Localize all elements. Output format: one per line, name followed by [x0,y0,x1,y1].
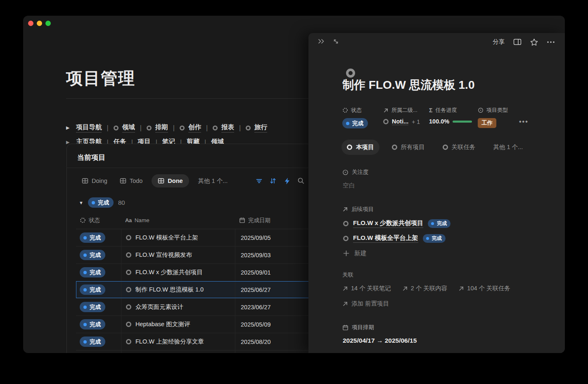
status-spinner-icon [342,107,348,113]
property-type-value[interactable]: 工作 [478,118,496,128]
nav-separator: | [173,124,175,132]
group-toggle-icon[interactable]: ▼ [79,200,83,205]
page-ring-icon [126,322,131,327]
page-ring-icon [126,252,131,258]
view-tab-todo[interactable]: Todo [120,178,142,184]
close-peek-icon[interactable] [318,38,325,45]
property-status-value[interactable]: 完成 [342,118,368,128]
view-tabs: Doing Todo Done 其他 1 个... [82,173,228,189]
add-new-followup-button[interactable]: 新建 [343,249,367,257]
status-spinner-icon [80,217,86,223]
project-name[interactable]: FLO.W 模板全平台上架 [135,234,198,242]
property-parent: 所属二级... Noti... + 1 [383,107,417,114]
followup-item[interactable]: FLO.W x 少数派共创项目 完成 [343,219,450,228]
relation-arrow-icon [402,286,408,292]
filter-icon[interactable] [255,177,263,185]
expand-page-icon[interactable] [333,38,339,45]
group-status-tag[interactable]: 完成 [88,197,114,208]
column-header-status[interactable]: 状态 [76,217,121,224]
favorite-star-icon[interactable] [530,38,538,46]
peek-page-title[interactable]: 制作 FLO.W 思流模板 1.0 [342,77,474,93]
peek-tab-all-projects[interactable]: 所有项目 [386,140,430,155]
nav-separator: | [239,124,241,132]
view-tab-others[interactable]: 其他 1 个... [198,177,228,185]
status-tag: 完成 [80,232,105,243]
relation-links: 14 个 关联笔记 2 个 关联内容 104 个 关联任务 [342,284,510,292]
group-header: ▼ 完成 80 [79,197,125,208]
group-count: 80 [118,199,125,206]
sort-icon[interactable] [269,177,277,185]
property-status-label[interactable]: 状态 [342,107,362,114]
relation-arrow-icon [342,286,348,292]
nav-link-schedule[interactable]: 排期 [147,123,168,133]
side-peek-toggle-icon[interactable] [513,38,522,45]
share-button[interactable]: 分享 [493,38,505,46]
followup-projects-label[interactable]: 后续项目 [342,206,374,213]
project-name[interactable]: 制作 FLO.W 思流模板 1.0 [135,286,204,294]
nav-link-domain[interactable]: 领域 [114,123,135,133]
page-ring-icon [383,119,389,124]
peek-header-left [318,38,339,45]
view-tab-done[interactable]: Done [152,174,189,187]
card-title: 当前项目 [77,153,105,162]
project-name[interactable]: FLO.W 宣传视频发布 [135,251,192,259]
relation-arrow-icon [458,286,464,292]
followup-page-link[interactable]: FLO.W x 少数派共创项目 [353,219,423,228]
more-properties-icon[interactable]: ••• [519,118,529,126]
status-dot [92,201,95,204]
project-name[interactable]: FLO.W 上架经验分享文章 [135,338,204,346]
status-tag: 完成 [80,267,105,277]
peek-tab-related-tasks[interactable]: 关联任务 [437,140,481,155]
page-ring-icon [392,145,397,150]
schedule-property-label[interactable]: 项目排期 [342,324,374,331]
followup-page-link[interactable]: FLO.W 模板全平台上架 [353,234,418,243]
nav-link-report[interactable]: 报表 [213,123,234,133]
text-property-icon: Aa [125,217,132,223]
collapse-toggle-icon[interactable]: ▶ [66,125,69,130]
minimize-window-button[interactable] [37,21,42,26]
nav-link-project-nav[interactable]: 项目导航 [76,123,102,133]
page-ring-icon [114,126,119,130]
related-notes-link[interactable]: 14 个 关联笔记 [342,284,391,292]
table-view-icon [158,178,164,184]
property-progress-label[interactable]: Σ 任务进度 [429,107,457,114]
page-ring-icon [180,126,185,130]
automation-lightning-icon[interactable] [283,177,291,185]
page-ring-icon [126,304,131,310]
schedule-date-range[interactable]: 2025/04/17 → 2025/06/15 [343,337,417,344]
table-view-icon [82,178,88,184]
more-options-icon[interactable] [547,41,555,43]
close-window-button[interactable] [28,21,33,26]
app-window: 项目管理 ▶ 项目导航 | 领域 | 排期 | 创作 | 报表 | 旅行 ▶ 主… [23,16,565,353]
project-name[interactable]: FLO.W x 少数派共创项目 [135,268,203,276]
property-type-label[interactable]: 项目类型 [478,107,508,114]
nav-separator: | [206,124,208,132]
related-content-link[interactable]: 2 个 关联内容 [402,284,448,292]
page-ring-icon [126,270,131,275]
parent-page-link[interactable]: Noti... [392,118,408,125]
attention-property-label[interactable]: 关注度 [342,168,369,176]
peek-tab-this-project[interactable]: 本项目 [341,140,379,155]
parent-extra-count[interactable]: + 1 [412,119,420,125]
project-name[interactable]: Heptabase 图文测评 [135,320,190,328]
column-header-name[interactable]: Aa Name [121,217,235,223]
page-ring-icon [443,145,448,150]
attention-value-blank[interactable]: 空白 [343,182,355,190]
page-icon[interactable] [346,69,355,78]
nav-link-travel[interactable]: 旅行 [246,123,267,133]
project-name[interactable]: 众筹页面元素设计 [135,303,183,311]
related-tasks-link[interactable]: 104 个 关联任务 [458,284,510,292]
view-tab-doing[interactable]: Doing [82,178,107,184]
followup-item[interactable]: FLO.W 模板全平台上架 完成 [343,234,446,243]
search-icon[interactable] [297,177,305,185]
nav-link-create[interactable]: 创作 [180,123,201,133]
page-ring-icon [126,339,131,344]
property-progress-value[interactable]: 100.0% [429,118,472,125]
property-type: 项目类型 工作 [478,107,508,114]
add-predecessor-link[interactable]: 添加 前置项目 [342,300,389,308]
zoom-window-button[interactable] [45,21,51,26]
peek-tab-others[interactable]: 其他 1 个... [488,140,529,155]
property-parent-label[interactable]: 所属二级... [383,107,417,114]
view-toolbar [255,173,305,189]
property-progress: Σ 任务进度 100.0% [429,107,457,114]
